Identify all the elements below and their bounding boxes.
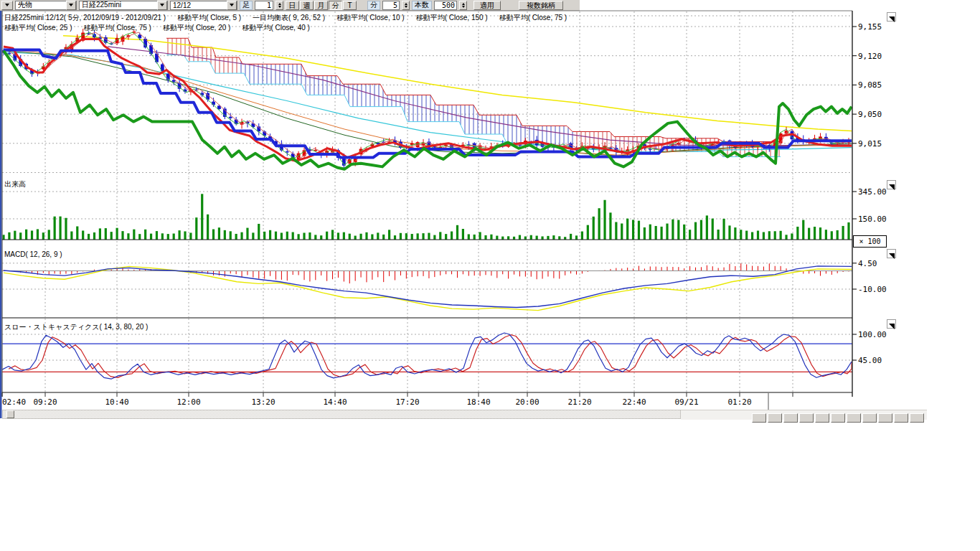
bottom-toolbar-button[interactable] — [847, 413, 861, 423]
legend-item: 移動平均( Close, 40 ) — [242, 24, 309, 32]
corner-triangle-icon — [887, 322, 895, 330]
pane-expand-button-4[interactable] — [887, 319, 896, 329]
time-axis-tick[interactable]: 09/21 — [674, 397, 698, 407]
price-axis-tick[interactable]: 9,085 — [858, 80, 882, 90]
macd-signal-line — [4, 266, 852, 310]
pane-expand-button-3[interactable] — [887, 249, 896, 258]
bottom-toolbar-button[interactable] — [783, 413, 798, 423]
legend-item: 移動平均( Close, 75 ) — [499, 14, 567, 22]
time-axis-tick[interactable]: 12:00 — [176, 397, 200, 407]
trading-chart-window: 先物 日経225mini 12/12 足 1 日週月分T 分 5 本数 500 … — [0, 0, 980, 551]
price-pane — [2, 29, 852, 169]
stoch-d-line — [9, 335, 852, 378]
corner-triangle-icon — [887, 252, 895, 260]
legend-item: 移動平均( Close, 25 ) — [4, 24, 72, 32]
price-axis-tick[interactable]: 9,015 — [858, 139, 882, 149]
time-axis-tick[interactable]: 02:40 — [2, 397, 26, 407]
legend-item: 移動平均( Close, 75 ) — [83, 24, 151, 32]
time-axis-tick[interactable]: 14:40 — [323, 397, 347, 407]
bottom-toolbar-button[interactable] — [815, 413, 829, 423]
time-axis-tick[interactable]: 22:40 — [622, 397, 646, 407]
volume-multiplier-badge: × 100 — [853, 235, 887, 248]
time-axis-tick[interactable]: 18:40 — [466, 397, 490, 407]
legend-item: 移動平均( Close, 150 ) — [416, 14, 488, 22]
price-axis-tick[interactable]: 9,050 — [858, 110, 882, 119]
bottom-toolbar-button[interactable] — [799, 413, 814, 423]
time-axis-tick[interactable]: 01:20 — [727, 397, 751, 407]
chart-legend-line1: 日経225mini 12/12( 5分, 2012/09/19 - 2012/0… — [4, 13, 578, 23]
bottom-toolbar-button[interactable] — [910, 413, 924, 423]
corner-triangle-icon — [887, 15, 895, 23]
pane-expand-button-1[interactable] — [887, 12, 896, 22]
ma-40-line — [4, 52, 852, 153]
legend-item: 日経225mini 12/12( 5分, 2012/09/19 - 2012/0… — [4, 14, 166, 22]
macd-pane — [2, 266, 852, 311]
stoch-axis-tick[interactable]: 100.00 — [858, 330, 887, 339]
bottom-toolbar-button[interactable] — [878, 413, 892, 423]
price-axis-tick[interactable]: 9,120 — [858, 52, 882, 61]
macd-axis-tick[interactable]: 4.50 — [858, 259, 877, 268]
legend-item: 移動平均( Close, 20 ) — [163, 24, 230, 32]
stoch-axis-tick[interactable]: 45.00 — [858, 356, 882, 365]
ma-150-line — [63, 36, 852, 131]
pane-expand-button-2[interactable] — [887, 180, 896, 189]
corner-triangle-icon — [887, 183, 895, 191]
legend-item: 移動平均( Close, 10 ) — [336, 14, 404, 22]
time-axis-tick[interactable]: 20:00 — [515, 397, 539, 407]
volume-axis-tick[interactable]: 345.00 — [858, 187, 887, 197]
legend-item: 一目均衡表( 9, 26, 52 ) — [253, 14, 325, 22]
stochastics-pane-label: スロー・ストキャスティクス( 14, 3, 80, 20 ) — [4, 322, 148, 332]
bottom-toolbar-button[interactable] — [862, 413, 877, 423]
bottom-toolbar-button[interactable] — [752, 413, 766, 423]
ma-25-line — [4, 49, 852, 155]
stochastics-pane — [2, 333, 852, 379]
time-axis-tick[interactable]: 13:20 — [251, 397, 275, 407]
price-axis-tick[interactable]: 9,155 — [858, 22, 882, 32]
time-axis-tick[interactable]: 17:20 — [395, 397, 419, 407]
volume-series — [2, 194, 849, 240]
grid-layer — [2, 11, 852, 392]
ma-20-line — [4, 51, 852, 156]
volume-pane-label: 出来高 — [4, 179, 26, 189]
chart-canvas — [0, 0, 980, 423]
macd-axis-tick[interactable]: -10.00 — [858, 285, 887, 294]
chart-legend-line2: 移動平均( Close, 25 )移動平均( Close, 75 )移動平均( … — [4, 23, 321, 33]
bottom-toolbar-button[interactable] — [894, 413, 908, 423]
legend-item: 移動平均( Close, 5 ) — [177, 14, 241, 22]
horizontal-scrollbar[interactable] — [2, 410, 681, 419]
bottom-toolbar-button[interactable] — [768, 413, 782, 423]
macd-line — [4, 266, 852, 308]
scrollbar-thumb[interactable] — [6, 410, 14, 418]
overlay-green-line — [4, 51, 852, 169]
volume-axis-tick[interactable]: 150.00 — [858, 215, 887, 224]
time-axis-tick[interactable]: 10:40 — [105, 397, 128, 407]
time-axis-tick[interactable]: 21:20 — [567, 397, 591, 407]
bottom-toolbar-button[interactable] — [831, 413, 845, 423]
time-axis-tick[interactable]: 09:20 — [33, 397, 57, 407]
macd-pane-label: MACD( 12, 26, 9 ) — [4, 250, 62, 258]
